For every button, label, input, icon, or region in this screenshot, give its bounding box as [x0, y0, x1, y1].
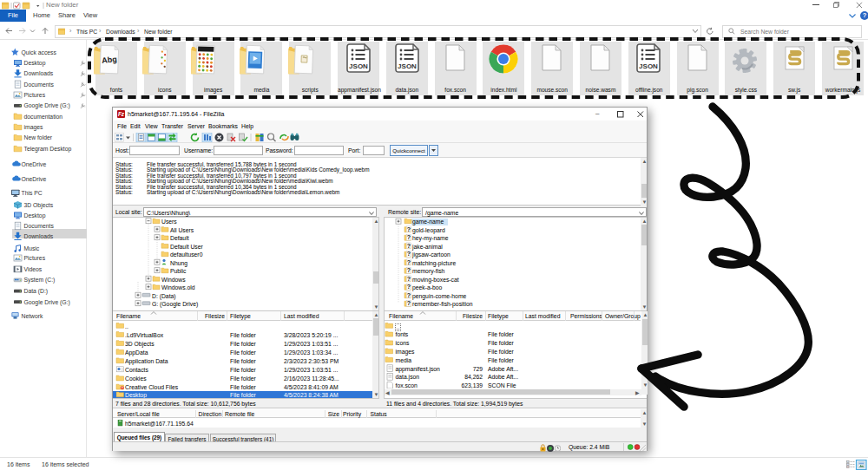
svg-text:Abg: Abg — [102, 55, 118, 65]
